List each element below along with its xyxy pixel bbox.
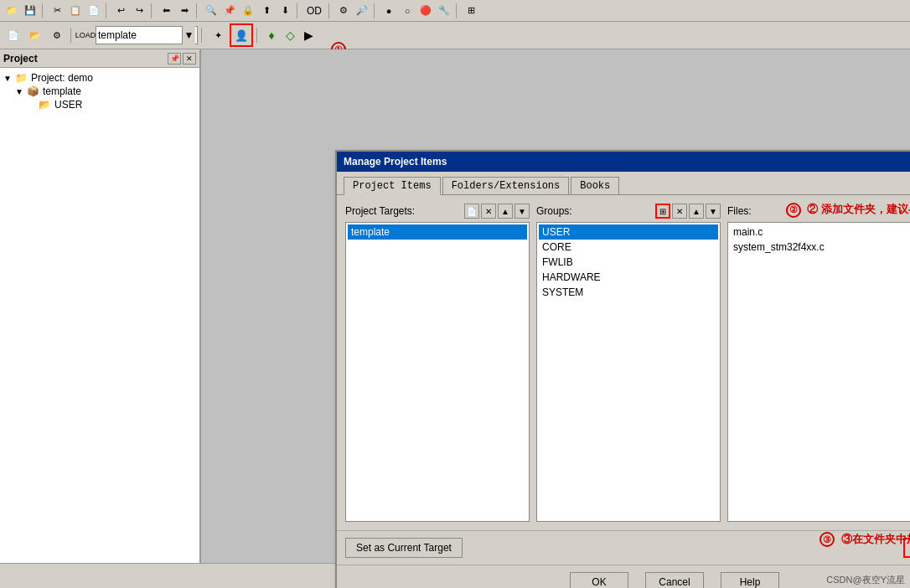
redo-btn[interactable]: ↪ — [131, 3, 147, 19]
watermark-overlay: CSDN@夜空Y流星 — [826, 574, 905, 586]
col-groups: Groups: ⊞ ✕ ▲ ▼ USER CORE FWLIB HARDWARE — [536, 204, 721, 522]
annot-circle3: ③ — [820, 532, 835, 547]
lock-btn[interactable]: 🔒 — [240, 3, 256, 19]
ring-btn[interactable]: ○ — [399, 3, 416, 19]
diamond2-btn[interactable]: ◇ — [282, 27, 298, 44]
groups-btns: ⊞ ✕ ▲ ▼ — [655, 204, 721, 219]
sep2 — [106, 3, 109, 18]
set-current-target-btn[interactable]: Set as Current Target — [345, 538, 463, 558]
stop-btn[interactable]: 🔴 — [417, 3, 434, 19]
magnify-btn[interactable]: 🔎 — [354, 3, 370, 19]
targets-list[interactable]: template — [345, 222, 530, 522]
grid-btn[interactable]: ⊞ — [463, 3, 479, 19]
panel-pin-btn[interactable]: 📌 — [168, 53, 181, 64]
groups-add-btn[interactable]: ⊞ — [655, 204, 670, 219]
groups-del-btn[interactable]: ✕ — [672, 204, 687, 219]
sep10 — [201, 28, 204, 43]
play-btn[interactable]: ▶ — [300, 27, 317, 44]
groups-label: Groups: — [536, 205, 572, 217]
tree-item-project-demo[interactable]: ▼ 📁 Project: demo — [3, 71, 196, 85]
template-icon: 📦 — [27, 85, 40, 97]
files-label: Files: — [727, 205, 752, 217]
sep5 — [297, 3, 300, 18]
sep11 — [256, 28, 260, 43]
toolbar-row1: 📁 💾 ✂ 📋 📄 ↩ ↪ ⬅ ➡ 🔍 📌 🔒 ⬆ ⬇ OD ⚙ 🔎 ● ○ 🔴… — [0, 0, 910, 22]
template-dropdown[interactable]: ▼ — [182, 26, 195, 44]
groups-list[interactable]: USER CORE FWLIB HARDWARE SYSTEM — [536, 222, 721, 522]
group-item-user[interactable]: USER — [539, 224, 718, 240]
settings-btn[interactable]: ⚙ — [335, 3, 352, 19]
help-btn[interactable]: Help — [721, 572, 779, 588]
fwd-btn[interactable]: ➡ — [176, 3, 193, 19]
col-files: Files: ✕ ▲ ▼ main.c system_stm32f4xx.c ③ — [727, 204, 910, 522]
sep8 — [456, 3, 459, 18]
manage-project-btn[interactable]: 👤 — [230, 23, 253, 47]
groups-up-btn[interactable]: ▲ — [689, 204, 704, 219]
project-demo-label: Project: demo — [31, 72, 93, 84]
annotation3: ③ ③在文件夹中加入对应的.c,.s文件 — [820, 532, 910, 548]
targets-add-btn[interactable]: 📄 — [464, 204, 479, 219]
tab-project-items[interactable]: Project Items — [344, 177, 441, 195]
search-btn[interactable]: 🔍 — [203, 3, 220, 19]
tree-area: ▼ 📁 Project: demo ▼ 📦 template 📂 USER — [0, 68, 199, 563]
panel-title: Project — [3, 53, 38, 64]
targets-btns: 📄 ✕ ▲ ▼ — [464, 204, 530, 219]
tab-books[interactable]: Books — [571, 177, 619, 194]
files-header: Files: ✕ ▲ ▼ — [727, 204, 910, 219]
file-item-system[interactable]: system_stm32f4xx.c — [730, 240, 910, 255]
manage-project-dialog: Manage Project Items ✕ Project Items Fol… — [335, 150, 910, 588]
copy-btn[interactable]: 📋 — [67, 3, 84, 19]
groups-header: Groups: ⊞ ✕ ▲ ▼ — [536, 204, 721, 219]
cancel-btn[interactable]: Cancel — [645, 572, 704, 588]
panel-close-btn[interactable]: ✕ — [183, 53, 196, 64]
save-btn[interactable]: 💾 — [22, 3, 39, 19]
group-item-system[interactable]: SYSTEM — [539, 285, 718, 300]
col-targets: Project Targets: 📄 ✕ ▲ ▼ template — [345, 204, 530, 522]
diamond1-btn[interactable]: ♦ — [263, 27, 280, 44]
ok-btn[interactable]: OK — [570, 572, 628, 588]
sep6 — [328, 3, 332, 18]
down-btn[interactable]: ⬇ — [277, 3, 293, 19]
load-btn[interactable]: LOAD — [77, 27, 94, 44]
sep3 — [151, 3, 154, 18]
targets-up-btn[interactable]: ▲ — [498, 204, 513, 219]
targets-header: Project Targets: 📄 ✕ ▲ ▼ — [345, 204, 530, 219]
up-btn[interactable]: ⬆ — [258, 3, 275, 19]
target-item-template[interactable]: template — [348, 224, 527, 240]
bullet-btn[interactable]: ● — [380, 3, 397, 19]
open-btn[interactable]: 📂 — [25, 25, 45, 45]
dialog-title-text: Manage Project Items — [344, 156, 447, 168]
left-panel: Project 📌 ✕ ▼ 📁 Project: demo ▼ 📦 templa… — [0, 49, 201, 563]
targets-down-btn[interactable]: ▼ — [514, 204, 530, 219]
group-item-core[interactable]: CORE — [539, 240, 718, 255]
files-list[interactable]: main.c system_stm32f4xx.c — [727, 222, 910, 522]
tree-item-template[interactable]: ▼ 📦 template — [3, 85, 196, 98]
user-label: USER — [54, 99, 82, 111]
back-btn[interactable]: ⬅ — [158, 3, 174, 19]
wand-btn[interactable]: ✦ — [208, 25, 228, 45]
dialog-body: Project Targets: 📄 ✕ ▲ ▼ template — [337, 195, 910, 530]
file-item-main[interactable]: main.c — [730, 224, 910, 240]
project-icon: 📁 — [15, 72, 28, 84]
cfg-btn[interactable]: ⚙ — [47, 25, 67, 45]
tree-item-user[interactable]: 📂 USER — [3, 98, 196, 111]
template-input[interactable]: template — [98, 29, 182, 41]
group-item-hardware[interactable]: HARDWARE — [539, 270, 718, 285]
icon-btn2[interactable]: 🔧 — [436, 3, 452, 19]
new-file-btn[interactable]: 📁 — [3, 3, 20, 19]
paste-btn[interactable]: 📄 — [85, 3, 102, 19]
tab-folders-ext[interactable]: Folders/Extensions — [442, 177, 570, 194]
new-doc-btn[interactable]: 📄 — [3, 25, 23, 45]
groups-down-btn[interactable]: ▼ — [706, 204, 721, 219]
sep7 — [374, 3, 377, 18]
template-label: template — [43, 85, 81, 97]
undo-btn[interactable]: ↩ — [112, 3, 129, 19]
targets-del-btn[interactable]: ✕ — [481, 204, 496, 219]
od-label: OD — [307, 5, 322, 17]
bookmark-btn[interactable]: 📌 — [221, 3, 238, 19]
expand-icon2: ▼ — [15, 87, 27, 96]
toolbar-row2: 📄 📂 ⚙ LOAD template ▼ ✦ 👤 ♦ ◇ ▶ — [0, 22, 910, 49]
cut-btn[interactable]: ✂ — [49, 3, 65, 19]
dialog-footer: OK Cancel Help — [337, 565, 910, 588]
group-item-fwlib[interactable]: FWLIB — [539, 255, 718, 270]
